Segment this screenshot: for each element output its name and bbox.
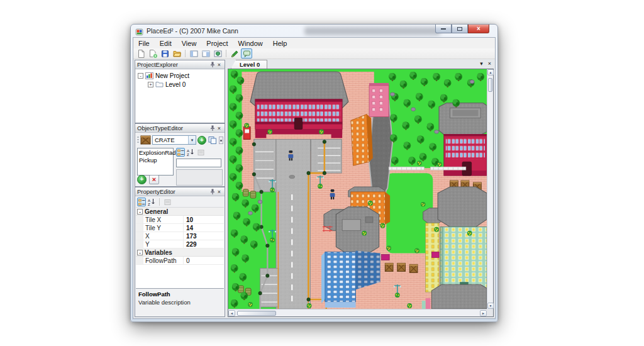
tree-item-new-project[interactable]: - New Project bbox=[138, 71, 224, 80]
scroll-down-icon[interactable]: ▼ bbox=[487, 303, 494, 309]
menu-project[interactable]: Project bbox=[201, 38, 233, 48]
scrollbar-corner bbox=[487, 309, 493, 316]
property-row-x[interactable]: X 173 bbox=[136, 232, 224, 240]
property-value[interactable]: 10 bbox=[184, 216, 193, 223]
property-editor-panel: PropertyEditor × bbox=[135, 187, 225, 317]
alphabetical-sort-icon[interactable]: AZ bbox=[186, 148, 195, 157]
object-type-editor-panel: ObjectTypeEditor × bbox=[135, 123, 225, 187]
scroll-up-icon[interactable]: ▲ bbox=[487, 69, 494, 75]
scroll-right-icon[interactable]: ► bbox=[480, 310, 487, 316]
alphabetical-sort-icon[interactable]: AZ bbox=[147, 198, 156, 206]
dock-client-area: ProjectExplorer × - New Project bbox=[133, 59, 495, 318]
vertical-scrollbar[interactable]: ▲ ▼ bbox=[487, 69, 493, 309]
maximize-button[interactable] bbox=[452, 25, 468, 33]
close-button[interactable]: × bbox=[468, 25, 489, 33]
close-icon[interactable]: × bbox=[216, 188, 223, 195]
tab-strip: Level 0 ▾ × bbox=[228, 60, 494, 69]
new-project-icon[interactable] bbox=[147, 48, 158, 59]
level-map bbox=[228, 69, 487, 309]
menu-edit[interactable]: Edit bbox=[155, 38, 177, 48]
left-dock: ProjectExplorer × - New Project bbox=[135, 60, 225, 317]
svg-text:Z: Z bbox=[187, 153, 189, 157]
main-toolbar bbox=[133, 48, 495, 59]
object-tool-icon[interactable] bbox=[241, 48, 252, 59]
property-row-y[interactable]: Y 229 bbox=[136, 240, 224, 248]
crimson-tower-right bbox=[439, 103, 487, 176]
menu-file[interactable]: File bbox=[133, 38, 155, 48]
tree-item-level0[interactable]: + Level 0 bbox=[138, 80, 224, 89]
menu-window[interactable]: Window bbox=[233, 38, 268, 48]
tree-item-label: Level 0 bbox=[165, 81, 186, 88]
property-value[interactable]: 229 bbox=[184, 241, 197, 248]
window-title: PlaceEd² - (C) 2007 Mike Cann bbox=[147, 27, 238, 35]
variable-list[interactable]: ExplosionRad Pickup bbox=[137, 148, 174, 176]
add-variable-button[interactable]: + bbox=[137, 175, 147, 184]
chevron-down-icon[interactable]: ▾ bbox=[188, 136, 196, 144]
pin-icon[interactable] bbox=[209, 188, 216, 195]
draw-tool-icon[interactable] bbox=[229, 48, 240, 59]
toolbar-separator bbox=[226, 50, 226, 57]
toggle-object-type-editor-icon[interactable] bbox=[200, 48, 211, 59]
horizontal-scrollbar[interactable]: ◄ ► bbox=[228, 309, 487, 316]
desktop-background: PlaceEd² - (C) 2007 Mike Cann × File Edi… bbox=[0, 0, 644, 346]
menu-help[interactable]: Help bbox=[268, 38, 292, 48]
menu-view[interactable]: View bbox=[177, 38, 202, 48]
type-toolstrip: CRATE ▾ + bbox=[136, 133, 224, 147]
property-value[interactable]: 173 bbox=[184, 233, 197, 240]
category-row-general[interactable]: - General bbox=[136, 208, 224, 216]
panel-title: PropertyEditor bbox=[137, 188, 175, 195]
vertical-scroll-thumb[interactable] bbox=[488, 78, 492, 92]
copy-type-icon[interactable] bbox=[208, 136, 218, 145]
horizontal-scroll-thumb[interactable] bbox=[237, 311, 276, 316]
categorized-view-icon[interactable] bbox=[137, 198, 146, 206]
collapse-expander-icon[interactable]: - bbox=[137, 250, 143, 255]
selected-type-value: CRATE bbox=[153, 137, 175, 143]
title-bar[interactable]: PlaceEd² - (C) 2007 Mike Cann × bbox=[131, 25, 497, 37]
object-type-select[interactable]: CRATE ▾ bbox=[152, 135, 196, 145]
tab-close-icon[interactable]: × bbox=[488, 60, 491, 67]
collapse-expander-icon[interactable]: - bbox=[138, 73, 143, 79]
property-row-followpath[interactable]: FollowPath 0 bbox=[136, 257, 224, 265]
save-icon[interactable] bbox=[159, 48, 170, 59]
collapse-expander-icon[interactable]: - bbox=[137, 209, 143, 215]
add-type-button[interactable]: + bbox=[197, 136, 206, 145]
teal-tower bbox=[438, 187, 487, 292]
toggle-property-editor-icon[interactable] bbox=[212, 48, 223, 59]
toolstrip-grip[interactable] bbox=[137, 137, 139, 144]
toolstrip-overflow-button[interactable] bbox=[219, 137, 223, 144]
property-pages-icon bbox=[163, 198, 172, 206]
object-type-editor-header[interactable]: ObjectTypeEditor × bbox=[135, 124, 225, 133]
project-explorer-header[interactable]: ProjectExplorer × bbox=[135, 60, 225, 69]
property-row-tiley[interactable]: Tile Y 14 bbox=[136, 224, 224, 232]
tab-list-chevron-icon[interactable]: ▾ bbox=[480, 60, 483, 67]
category-label: Variables bbox=[145, 249, 172, 256]
property-grid: AZ - General bbox=[136, 197, 224, 316]
expand-expander-icon[interactable]: + bbox=[148, 82, 153, 87]
variable-value-input[interactable] bbox=[176, 159, 221, 167]
scroll-left-icon[interactable]: ◄ bbox=[228, 310, 235, 316]
categorized-view-icon[interactable] bbox=[176, 148, 185, 157]
folder-icon bbox=[155, 81, 164, 87]
open-folder-icon[interactable] bbox=[171, 48, 182, 59]
close-icon[interactable]: × bbox=[216, 61, 223, 68]
minimize-button[interactable] bbox=[435, 25, 452, 33]
property-value[interactable]: 0 bbox=[184, 257, 190, 264]
level-map-canvas[interactable] bbox=[228, 69, 487, 309]
toggle-project-explorer-icon[interactable] bbox=[188, 48, 199, 59]
pin-icon[interactable] bbox=[209, 125, 216, 131]
list-item[interactable]: ExplosionRad bbox=[139, 149, 172, 157]
tab-level0[interactable]: Level 0 bbox=[231, 60, 267, 69]
pin-icon[interactable] bbox=[209, 61, 216, 68]
panel-title: ObjectTypeEditor bbox=[137, 125, 183, 131]
category-row-variables[interactable]: - Variables bbox=[136, 248, 224, 257]
delete-variable-button[interactable]: × bbox=[149, 175, 159, 184]
property-value[interactable]: 14 bbox=[184, 225, 193, 232]
svg-text:Z: Z bbox=[148, 203, 150, 206]
property-row-tilex[interactable]: Tile X 10 bbox=[136, 216, 224, 224]
app-icon bbox=[135, 27, 143, 35]
list-item[interactable]: Pickup bbox=[139, 157, 172, 164]
new-document-icon[interactable] bbox=[135, 48, 147, 59]
document-area: Level 0 ▾ × bbox=[228, 60, 494, 317]
property-editor-header[interactable]: PropertyEditor × bbox=[135, 187, 225, 196]
close-icon[interactable]: × bbox=[216, 125, 223, 131]
